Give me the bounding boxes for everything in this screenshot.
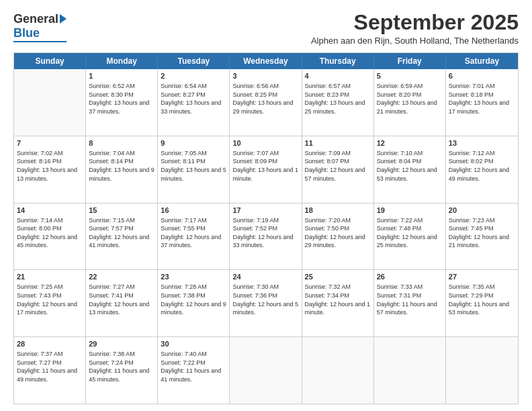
day-number: 25 (305, 272, 371, 282)
day-number: 21 (17, 272, 83, 282)
calendar-cell: 8Sunrise: 7:04 AMSunset: 8:14 PMDaylight… (86, 136, 158, 203)
calendar-cell: 16Sunrise: 7:17 AMSunset: 7:55 PMDayligh… (158, 203, 230, 270)
calendar-cell: 5Sunrise: 6:59 AMSunset: 8:20 PMDaylight… (374, 69, 446, 136)
calendar-cell: 14Sunrise: 7:14 AMSunset: 8:00 PMDayligh… (14, 203, 86, 270)
day-number: 17 (232, 205, 298, 216)
calendar-cell: 13Sunrise: 7:12 AMSunset: 8:02 PMDayligh… (446, 136, 518, 203)
cell-info: Sunrise: 7:05 AMSunset: 8:11 PMDaylight:… (161, 149, 226, 183)
header-day-friday: Friday (374, 53, 446, 69)
day-number: 2 (161, 71, 226, 81)
calendar-cell: 21Sunrise: 7:25 AMSunset: 7:43 PMDayligh… (14, 270, 86, 336)
cell-info: Sunrise: 7:30 AMSunset: 7:36 PMDaylight:… (232, 283, 298, 316)
calendar-cell: 25Sunrise: 7:32 AMSunset: 7:34 PMDayligh… (302, 270, 374, 336)
day-number: 23 (161, 272, 226, 282)
cell-info: Sunrise: 7:01 AMSunset: 8:18 PMDaylight:… (449, 82, 515, 116)
calendar-header: SundayMondayTuesdayWednesdayThursdayFrid… (14, 53, 518, 69)
day-number: 19 (377, 205, 443, 216)
calendar-cell: 9Sunrise: 7:05 AMSunset: 8:11 PMDaylight… (158, 136, 230, 203)
calendar-cell: 27Sunrise: 7:35 AMSunset: 7:29 PMDayligh… (446, 270, 518, 336)
day-number: 22 (89, 272, 154, 282)
cell-info: Sunrise: 7:33 AMSunset: 7:31 PMDaylight:… (377, 283, 443, 316)
calendar-cell: 22Sunrise: 7:27 AMSunset: 7:41 PMDayligh… (86, 270, 158, 336)
calendar-row-1: 1Sunrise: 6:52 AMSunset: 8:30 PMDaylight… (14, 69, 518, 136)
day-number: 12 (377, 138, 443, 148)
calendar-row-3: 14Sunrise: 7:14 AMSunset: 8:00 PMDayligh… (14, 203, 518, 270)
cell-info: Sunrise: 7:10 AMSunset: 8:04 PMDaylight:… (377, 149, 443, 183)
header-day-thursday: Thursday (302, 53, 374, 69)
calendar-row-4: 21Sunrise: 7:25 AMSunset: 7:43 PMDayligh… (14, 269, 518, 336)
header-day-tuesday: Tuesday (158, 53, 230, 69)
logo-arrow-icon (60, 14, 66, 24)
header-day-sunday: Sunday (14, 53, 86, 69)
calendar-cell: 6Sunrise: 7:01 AMSunset: 8:18 PMDaylight… (446, 69, 518, 136)
cell-info: Sunrise: 7:07 AMSunset: 8:09 PMDaylight:… (232, 149, 298, 183)
month-title: September 2025 (311, 11, 519, 34)
cell-info: Sunrise: 7:22 AMSunset: 7:48 PMDaylight:… (377, 216, 443, 250)
cell-info: Sunrise: 6:52 AMSunset: 8:30 PMDaylight:… (89, 82, 154, 116)
calendar-cell: 7Sunrise: 7:02 AMSunset: 8:16 PMDaylight… (14, 136, 86, 203)
calendar-cell: 18Sunrise: 7:20 AMSunset: 7:50 PMDayligh… (302, 203, 374, 270)
calendar-cell: 2Sunrise: 6:54 AMSunset: 8:27 PMDaylight… (158, 69, 230, 136)
cell-info: Sunrise: 7:12 AMSunset: 8:02 PMDaylight:… (449, 149, 515, 183)
cell-info: Sunrise: 7:19 AMSunset: 7:52 PMDaylight:… (232, 216, 298, 250)
day-number: 10 (232, 138, 298, 148)
calendar-cell (14, 69, 86, 136)
calendar-cell: 12Sunrise: 7:10 AMSunset: 8:04 PMDayligh… (374, 136, 446, 203)
day-number: 11 (305, 138, 371, 148)
calendar-cell: 1Sunrise: 6:52 AMSunset: 8:30 PMDaylight… (86, 69, 158, 136)
logo-underline (13, 41, 66, 42)
calendar-cell: 17Sunrise: 7:19 AMSunset: 7:52 PMDayligh… (230, 203, 302, 270)
cell-info: Sunrise: 6:54 AMSunset: 8:27 PMDaylight:… (161, 82, 226, 116)
day-number: 7 (17, 138, 83, 148)
day-number: 3 (232, 71, 298, 81)
cell-info: Sunrise: 7:17 AMSunset: 7:55 PMDaylight:… (161, 216, 226, 250)
cell-info: Sunrise: 7:27 AMSunset: 7:41 PMDaylight:… (89, 283, 154, 316)
calendar-cell (230, 337, 302, 404)
calendar-cell: 19Sunrise: 7:22 AMSunset: 7:48 PMDayligh… (374, 203, 446, 270)
cell-info: Sunrise: 7:20 AMSunset: 7:50 PMDaylight:… (305, 216, 371, 250)
calendar-row-2: 7Sunrise: 7:02 AMSunset: 8:16 PMDaylight… (14, 136, 518, 203)
cell-info: Sunrise: 6:57 AMSunset: 8:23 PMDaylight:… (305, 82, 371, 116)
day-number: 28 (17, 339, 83, 349)
page: General Blue September 2025 Alphen aan d… (0, 0, 532, 411)
day-number: 24 (232, 272, 298, 282)
calendar-row-5: 28Sunrise: 7:37 AMSunset: 7:27 PMDayligh… (14, 336, 518, 404)
calendar-cell: 11Sunrise: 7:09 AMSunset: 8:07 PMDayligh… (302, 136, 374, 203)
cell-info: Sunrise: 7:02 AMSunset: 8:16 PMDaylight:… (17, 149, 83, 183)
cell-info: Sunrise: 6:59 AMSunset: 8:20 PMDaylight:… (377, 82, 443, 116)
header-day-saturday: Saturday (446, 53, 518, 69)
calendar-cell: 28Sunrise: 7:37 AMSunset: 7:27 PMDayligh… (14, 337, 86, 404)
calendar-cell: 10Sunrise: 7:07 AMSunset: 8:09 PMDayligh… (230, 136, 302, 203)
cell-info: Sunrise: 7:14 AMSunset: 8:00 PMDaylight:… (17, 216, 83, 250)
calendar-cell (446, 337, 518, 404)
cell-info: Sunrise: 7:37 AMSunset: 7:27 PMDaylight:… (17, 350, 83, 383)
logo-general-text: General (13, 12, 58, 26)
day-number: 4 (305, 71, 371, 81)
day-number: 5 (377, 71, 443, 81)
cell-info: Sunrise: 7:40 AMSunset: 7:22 PMDaylight:… (161, 350, 226, 383)
calendar-cell: 29Sunrise: 7:38 AMSunset: 7:24 PMDayligh… (86, 337, 158, 404)
logo-blue-text: Blue (13, 26, 40, 40)
day-number: 9 (161, 138, 226, 148)
calendar-cell: 15Sunrise: 7:15 AMSunset: 7:57 PMDayligh… (86, 203, 158, 270)
title-section: September 2025 Alphen aan den Rijn, Sout… (311, 11, 519, 46)
calendar-cell: 23Sunrise: 7:28 AMSunset: 7:38 PMDayligh… (158, 270, 230, 336)
cell-info: Sunrise: 7:38 AMSunset: 7:24 PMDaylight:… (89, 350, 154, 383)
header-day-monday: Monday (86, 53, 158, 69)
day-number: 27 (449, 272, 515, 282)
cell-info: Sunrise: 6:56 AMSunset: 8:25 PMDaylight:… (232, 82, 298, 116)
cell-info: Sunrise: 7:23 AMSunset: 7:45 PMDaylight:… (449, 216, 515, 250)
logo: General Blue (13, 12, 66, 42)
cell-info: Sunrise: 7:28 AMSunset: 7:38 PMDaylight:… (161, 283, 226, 316)
day-number: 15 (89, 205, 154, 216)
day-number: 20 (449, 205, 515, 216)
day-number: 8 (89, 138, 154, 148)
cell-info: Sunrise: 7:15 AMSunset: 7:57 PMDaylight:… (89, 216, 154, 250)
calendar-cell: 3Sunrise: 6:56 AMSunset: 8:25 PMDaylight… (230, 69, 302, 136)
day-number: 1 (89, 71, 154, 81)
header-day-wednesday: Wednesday (230, 53, 302, 69)
calendar: SundayMondayTuesdayWednesdayThursdayFrid… (13, 52, 519, 404)
day-number: 16 (161, 205, 226, 216)
cell-info: Sunrise: 7:32 AMSunset: 7:34 PMDaylight:… (305, 283, 371, 316)
day-number: 6 (449, 71, 515, 81)
